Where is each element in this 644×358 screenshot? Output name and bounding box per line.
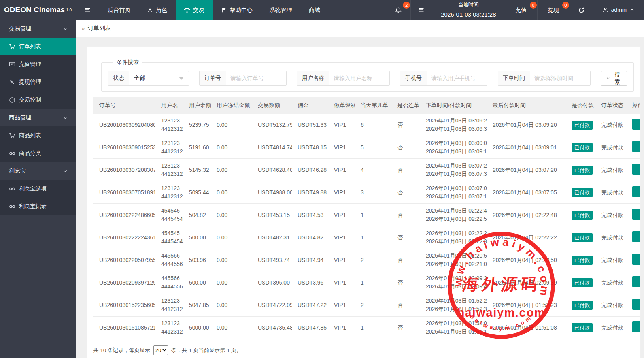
action-button[interactable] — [632, 231, 640, 242]
frozen: 0.00 — [217, 301, 252, 309]
day-order: 1 — [361, 211, 391, 219]
cell-is-chain: 否 — [391, 114, 420, 136]
chevron-up-icon — [629, 8, 635, 13]
chevron-down-icon — [62, 26, 68, 32]
cell-last-pay-time: 2026年01月04日 03:07:05 — [487, 181, 566, 204]
order-no-input[interactable] — [226, 71, 286, 85]
cell-day-order: 3 — [355, 181, 391, 204]
time-order: 2026年01月03日 03:07:05 — [426, 184, 487, 192]
cell-user-name: 45454544454545 — [155, 204, 183, 226]
col-balance: 用户余额 — [183, 97, 211, 114]
action-button[interactable] — [632, 276, 640, 287]
sidebar-item-withdraw-management[interactable]: 提现管理 — [0, 73, 76, 91]
refresh-icon — [578, 7, 585, 13]
username-label: admin — [611, 7, 627, 13]
frozen: 0.00 — [217, 188, 252, 197]
user-name: 454545 — [161, 207, 183, 215]
sidebar-item-interest-options[interactable]: 利息宝选项 — [0, 180, 76, 198]
cell-order-status: 完成付款 — [595, 294, 626, 317]
search-button-label: 搜 索 — [613, 71, 621, 86]
level: VIP1 — [334, 301, 355, 309]
sidebar-group-interest-treasure[interactable]: 利息宝 — [0, 162, 76, 180]
cell-time-order: 2026年01月03日 03:09:012026年01月03日 03:09:15 — [420, 136, 487, 159]
order-status: 完成付款 — [601, 256, 626, 264]
order-time-input[interactable] — [530, 71, 590, 85]
action-button[interactable] — [632, 141, 640, 152]
action-button[interactable] — [632, 299, 640, 310]
breadcrumb-current: 订单列表 — [88, 24, 111, 32]
cart-icon — [9, 43, 15, 50]
sidebar-item-recharge-management[interactable]: 充值管理 — [0, 55, 76, 73]
page-size-select[interactable]: 20 — [153, 345, 168, 355]
phone-input[interactable] — [427, 71, 487, 85]
user-account: 44454545 — [161, 237, 183, 246]
sidebar-toggle-button[interactable] — [76, 0, 99, 20]
cell-amount: USDT396.00 — [252, 271, 292, 294]
pay-status-badge: 已付款 — [572, 323, 593, 332]
order-table: 订单号 用户名 用户余额 用户冻结金额 交易数额 佣金 做单级别 当天第几单 是… — [93, 97, 640, 339]
frozen: 0.00 — [217, 211, 252, 219]
nav-item-help-center[interactable]: 帮助中心 — [213, 0, 261, 20]
user-account: 44123123 — [161, 170, 183, 178]
sidebar-item-label: 充值管理 — [19, 61, 41, 68]
cell-balance: 5191.60 — [183, 136, 211, 159]
recharge-button[interactable]: 充值 0 — [505, 0, 537, 20]
nav-item-roles[interactable]: 角色 — [139, 0, 176, 20]
cell-pay-status: 已付款 — [566, 204, 595, 226]
notifications-button[interactable]: 2 — [386, 0, 410, 20]
search-button[interactable]: 搜 索 — [601, 71, 627, 86]
nav-item-system[interactable]: 系统管理 — [261, 0, 300, 20]
nav-item-trade[interactable]: 交易 — [176, 0, 213, 20]
sidebar-item-product-category[interactable]: 商品分类 — [0, 144, 76, 162]
action-button[interactable] — [632, 254, 640, 265]
cell-is-chain: 否 — [391, 136, 420, 159]
sidebar-item-label: 提现管理 — [19, 79, 41, 86]
cell-pay-status: 已付款 — [566, 249, 595, 271]
action-button[interactable] — [632, 186, 640, 197]
cell-frozen: 0.00 — [211, 294, 252, 317]
time-pay: 2026年01月03日 01:51:18 — [426, 328, 487, 336]
action-button[interactable] — [632, 321, 640, 332]
nav-item-mall[interactable]: 商城 — [300, 0, 329, 20]
status-select[interactable]: 全部 — [129, 71, 189, 85]
sidebar-group-trade-management[interactable]: 交易管理 — [0, 20, 76, 38]
sidebar-group-product-management[interactable]: 商品管理 — [0, 109, 76, 126]
table-row: UB2601030151085721123123441231235000.000… — [93, 317, 640, 339]
cell-level: VIP1 — [328, 159, 355, 181]
is-chain: 否 — [397, 211, 420, 219]
order-no: UB2601030307208307 — [99, 166, 155, 174]
balance: 500.00 — [189, 234, 211, 242]
sidebar-item-trade-control[interactable]: 交易控制 — [0, 91, 76, 109]
top-navbar: ODEON Cinemas 1.0 后台首页 角色 交易 帮助中心 系统管理 商… — [0, 0, 644, 20]
table-row: UB2601030309015253123123441231235191.600… — [93, 136, 640, 159]
chevron-down-icon — [62, 115, 68, 121]
nav-item-label: 角色 — [156, 6, 167, 14]
balance: 500.00 — [189, 279, 211, 287]
withdraw-button[interactable]: 提现 0 — [537, 0, 570, 20]
time-pay: 2026年01月03日 02:22:33 — [426, 237, 487, 246]
order-no-label: 订单号 — [200, 71, 226, 85]
pay-status-badge: 已付款 — [572, 233, 593, 242]
cell-level: VIP1 — [328, 136, 355, 159]
sidebar-item-order-list[interactable]: 订单列表 — [0, 38, 76, 55]
sidebar-item-interest-records[interactable]: 利息宝记录 — [0, 198, 76, 215]
user-name-input[interactable] — [329, 71, 389, 85]
action-button[interactable] — [632, 119, 640, 130]
action-button[interactable] — [632, 209, 640, 220]
level: VIP1 — [334, 143, 355, 152]
sidebar-item-product-list[interactable]: 商品列表 — [0, 126, 76, 144]
day-order: 5 — [361, 143, 391, 152]
cell-last-pay-time: 2026年01月04日 03:09:01 — [487, 136, 566, 159]
cell-pay-status: 已付款 — [566, 159, 595, 181]
order-status: 完成付款 — [601, 324, 626, 332]
nav-item-home[interactable]: 后台首页 — [99, 0, 139, 20]
action-button[interactable] — [632, 164, 640, 175]
message-list-button[interactable] — [410, 0, 432, 20]
user-menu[interactable]: admin — [593, 0, 644, 20]
frozen: 0.00 — [217, 324, 252, 332]
level: VIP1 — [334, 166, 355, 174]
cell-commission: USDT48.15 — [292, 136, 328, 159]
link-icon — [9, 203, 15, 210]
cell-balance: 500.00 — [183, 226, 211, 249]
refresh-button[interactable] — [570, 0, 593, 20]
